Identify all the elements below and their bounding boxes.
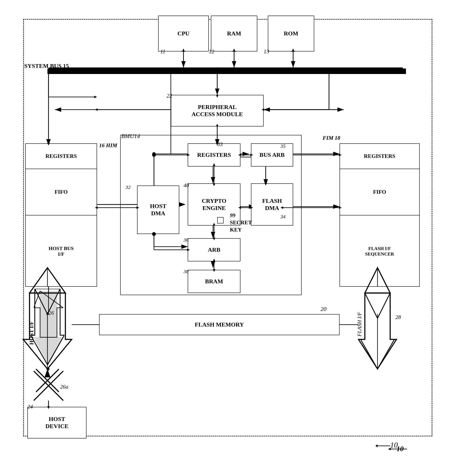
flash-if-label: FLASH I/F: [356, 312, 363, 336]
arb-label: ARB: [208, 246, 220, 253]
bus-arb-box: BUS ARB: [251, 143, 293, 167]
him-box: REGISTERS FIFO HOST BUSI/F: [25, 143, 97, 287]
ref-26a: 26a: [60, 384, 68, 390]
svg-marker-38: [35, 289, 60, 314]
ref-10-label: 10: [396, 445, 404, 453]
fim-flash-seq: FLASH I/FSEQUENCER: [340, 216, 419, 287]
ref-35: 35: [281, 143, 286, 149]
ref-34: 34: [281, 214, 286, 220]
svg-marker-43: [361, 293, 394, 369]
host-device-label: HOSTDEVICE: [46, 415, 69, 430]
him-hostbus: HOST BUSI/F: [26, 216, 97, 287]
ref-24: 24: [28, 404, 33, 410]
pam-box: PERIPHERALACCESS MODULE: [171, 95, 264, 126]
crypto-small-square: [217, 217, 224, 224]
cpu-box: CPU: [158, 16, 209, 51]
ref-33: 33: [217, 141, 223, 147]
svg-marker-44: [365, 293, 390, 318]
him-label: 16 HIM: [99, 142, 117, 149]
bram-label: BRAM: [205, 278, 223, 285]
ref-13: 13: [264, 49, 269, 55]
diagram-container: CPU RAM ROM 11 12 13 SYSTEM BUS 15 PERIP…: [6, 6, 445, 470]
crypto-engine-label: CRYPTOENGINE: [202, 197, 226, 211]
ref-22: 22: [167, 93, 172, 99]
bram-box: BRAM: [188, 270, 241, 293]
flash-dma-box: FLASHDMA: [251, 183, 293, 225]
system-bus-label: SYSTEM BUS 15: [24, 62, 69, 70]
host-if-big-arrow: [31, 289, 64, 367]
ref-11: 11: [160, 49, 165, 55]
ref-36: 36: [184, 237, 189, 243]
ram-label: RAM: [227, 30, 241, 37]
flash-memory-label: FLASH MEMORY: [195, 321, 244, 328]
host-dma-label: HOSTDMA: [150, 203, 166, 217]
arb-box: ARB: [188, 238, 241, 261]
him-registers: REGISTERS: [26, 144, 97, 169]
ref-12: 12: [209, 49, 214, 55]
rom-label: ROM: [284, 30, 298, 37]
ref-38: 38: [184, 269, 189, 274]
him-fifo: FIFO: [26, 169, 97, 216]
fim-fifo: FIFO: [340, 169, 419, 216]
ram-box: RAM: [211, 16, 257, 51]
flash-memory-box: FLASH MEMORY: [99, 314, 340, 335]
svg-marker-37: [31, 289, 64, 365]
fim-registers: REGISTERS: [340, 144, 419, 169]
ref-10-arrow: [375, 441, 392, 451]
cross-symbol: [36, 369, 59, 392]
cpu-label: CPU: [177, 30, 190, 37]
ref-32: 32: [126, 184, 131, 190]
ref-28: 28: [396, 314, 401, 320]
flash-if-big-arrow: [361, 293, 394, 371]
pam-label: PERIPHERALACCESS MODULE: [191, 104, 243, 118]
host-dma-box: HOSTDMA: [137, 186, 179, 234]
fim-box: REGISTERS FIFO FLASH I/FSEQUENCER: [340, 143, 420, 287]
host-device-box: HOSTDEVICE: [28, 407, 86, 439]
flash-dma-label: FLASHDMA: [262, 197, 282, 211]
bmu-label: BMU14: [121, 133, 140, 140]
bmu-registers-label: REGISTERS: [197, 151, 231, 159]
bmu-registers-box: REGISTERS: [188, 143, 241, 167]
svg-marker-46: [375, 444, 377, 447]
secret-key-label: 99SECRETKEY: [230, 212, 252, 233]
ref-40: 40: [184, 182, 189, 189]
ref-20: 20: [321, 306, 326, 312]
fim-label: FIM 18: [323, 135, 340, 141]
bus-arb-label: BUS ARB: [259, 151, 284, 159]
rom-box: ROM: [268, 16, 314, 51]
